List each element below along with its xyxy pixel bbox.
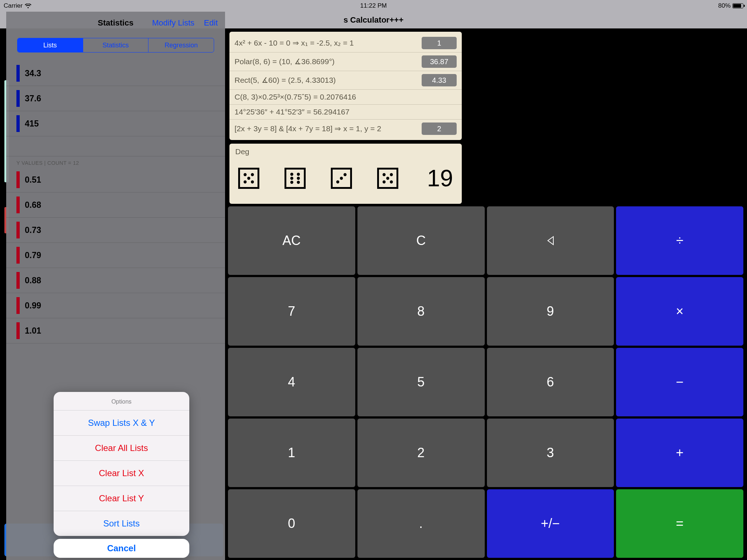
svg-point-6 xyxy=(297,172,300,175)
list-value: 0.51 xyxy=(25,175,41,185)
angle-mode-label: Deg xyxy=(235,147,456,156)
history-panel: 4x² + 6x - 10 = 0 ⇒ x₁ = -2.5, x₂ = 1 1 … xyxy=(229,32,462,140)
list-value: 0.73 xyxy=(25,225,41,235)
die-icon xyxy=(285,168,306,189)
die-icon xyxy=(238,168,259,189)
list-row-y[interactable]: 0.88 xyxy=(6,268,225,293)
list-value: 0.99 xyxy=(25,301,41,311)
wifi-icon xyxy=(25,4,31,8)
display-value: 19 xyxy=(427,165,453,192)
key-5[interactable]: 5 xyxy=(357,348,467,350)
dice-row: 19 xyxy=(235,156,456,200)
display-panel: Deg 19 xyxy=(229,144,462,204)
history-expr: 14°25′36″ + 41°52′3″ = 56.294167 xyxy=(235,108,457,116)
svg-point-7 xyxy=(290,176,293,179)
segmented-control[interactable]: Lists Statistics Regression xyxy=(17,38,214,52)
svg-point-5 xyxy=(290,172,293,175)
y-section-header: Y VALUES | COUNT = 12 xyxy=(6,156,225,167)
history-expr: 4x² + 6x - 10 = 0 ⇒ x₁ = -2.5, x₂ = 1 xyxy=(235,39,422,47)
history-result-button[interactable]: 2 xyxy=(422,122,457,135)
svg-point-15 xyxy=(390,173,393,176)
modify-lists-button[interactable]: Modify Lists xyxy=(152,18,194,28)
list-value: 34.3 xyxy=(25,69,41,78)
list-row-y[interactable]: 0.79 xyxy=(6,243,225,268)
svg-point-0 xyxy=(244,173,247,176)
key-4[interactable]: 4 xyxy=(228,348,355,350)
key-7[interactable]: 7 xyxy=(228,277,355,346)
list-row-x[interactable]: 34.3 xyxy=(6,61,225,86)
svg-point-16 xyxy=(386,176,389,179)
history-result-button[interactable]: 36.87 xyxy=(422,55,457,68)
history-expr: [2x + 3y = 8] & [4x + 7y = 18] ⇒ x = 1, … xyxy=(235,124,422,133)
list-row-y[interactable]: 1.01 xyxy=(6,318,225,343)
x-bar-icon xyxy=(16,65,20,82)
list-value: 0.79 xyxy=(25,250,41,260)
carrier-label: Carrier xyxy=(4,2,23,9)
list-row-y[interactable]: 0.99 xyxy=(6,293,225,318)
history-row[interactable]: 14°25′36″ + 41°52′3″ = 56.294167 xyxy=(229,105,462,120)
y-bar-icon xyxy=(16,322,20,339)
list-row-y[interactable]: 0.68 xyxy=(6,192,225,218)
y-bar-icon xyxy=(16,171,20,188)
svg-point-8 xyxy=(297,176,300,179)
popover-title: Statistics xyxy=(98,18,133,28)
svg-point-12 xyxy=(340,176,343,179)
key-ac[interactable]: AC xyxy=(228,206,355,275)
list-row-x[interactable]: 415 xyxy=(6,111,225,136)
die-icon xyxy=(377,168,398,189)
history-expr: C(8, 3)×0.25³×(0.75ˆ5) = 0.2076416 xyxy=(235,93,457,101)
status-bar: Carrier 11:22 PM 80% xyxy=(0,0,467,12)
svg-point-18 xyxy=(390,180,393,183)
svg-point-1 xyxy=(251,173,254,176)
y-bar-icon xyxy=(16,222,20,238)
y-bar-icon xyxy=(16,247,20,264)
list-row-empty[interactable] xyxy=(6,136,225,156)
history-row[interactable]: C(8, 3)×0.25³×(0.75ˆ5) = 0.2076416 xyxy=(229,90,462,105)
svg-point-11 xyxy=(336,180,339,183)
y-bar-icon xyxy=(16,297,20,314)
seg-lists[interactable]: Lists xyxy=(18,38,83,52)
key-c[interactable]: C xyxy=(357,206,467,275)
history-result-button[interactable]: 1 xyxy=(422,37,457,49)
svg-point-13 xyxy=(344,173,347,176)
history-expr: Rect(5, ∡60) = (2.5, 4.33013) xyxy=(235,76,422,85)
history-row[interactable]: Polar(8, 6) = (10, ∡36.8699°) 36.87 xyxy=(229,52,462,71)
svg-point-9 xyxy=(290,180,293,183)
die-icon xyxy=(331,168,352,189)
list-value: 0.68 xyxy=(25,200,41,210)
list-value: 37.6 xyxy=(25,94,41,104)
app-title: s Calculator+++ xyxy=(344,15,403,25)
history-row[interactable]: Rect(5, ∡60) = (2.5, 4.33013) 4.33 xyxy=(229,71,462,90)
history-expr: Polar(8, 6) = (10, ∡36.8699°) xyxy=(235,57,422,66)
svg-point-2 xyxy=(247,176,250,179)
list-value: 1.01 xyxy=(25,326,41,336)
history-result-button[interactable]: 4.33 xyxy=(422,74,457,86)
edit-button[interactable]: Edit xyxy=(204,18,218,28)
y-bar-icon xyxy=(16,272,20,289)
lists-scroll[interactable]: 34.3 37.6 415 Y VALUES | COUNT = 12 0.51… xyxy=(6,61,225,350)
seg-regression[interactable]: Regression xyxy=(148,38,214,52)
statistics-popover: Statistics Modify Lists Edit Lists Stati… xyxy=(6,12,225,350)
list-value: 415 xyxy=(25,119,39,129)
y-bar-icon xyxy=(16,197,20,213)
history-row[interactable]: 4x² + 6x - 10 = 0 ⇒ x₁ = -2.5, x₂ = 1 1 xyxy=(229,34,462,52)
svg-point-4 xyxy=(251,180,254,183)
x-bar-icon xyxy=(16,115,20,132)
svg-point-14 xyxy=(383,173,386,176)
x-bar-icon xyxy=(16,90,20,107)
key-8[interactable]: 8 xyxy=(357,277,467,346)
list-row-x[interactable]: 37.6 xyxy=(6,86,225,111)
seg-statistics[interactable]: Statistics xyxy=(83,38,149,52)
svg-point-3 xyxy=(244,180,247,183)
list-row-y[interactable]: 0.73 xyxy=(6,218,225,243)
history-row[interactable]: [2x + 3y = 8] & [4x + 7y = 18] ⇒ x = 1, … xyxy=(229,120,462,138)
svg-point-17 xyxy=(383,180,386,183)
keypad: AC C ÷ 7 8 9 × 4 5 6 − 1 2 3 + 0 . +/− = xyxy=(228,206,467,350)
status-time: 11:22 PM xyxy=(360,2,387,9)
list-value: 0.88 xyxy=(25,276,41,285)
list-row-y[interactable]: 0.51 xyxy=(6,167,225,192)
popover-header: Statistics Modify Lists Edit xyxy=(6,12,225,34)
svg-point-10 xyxy=(297,180,300,183)
